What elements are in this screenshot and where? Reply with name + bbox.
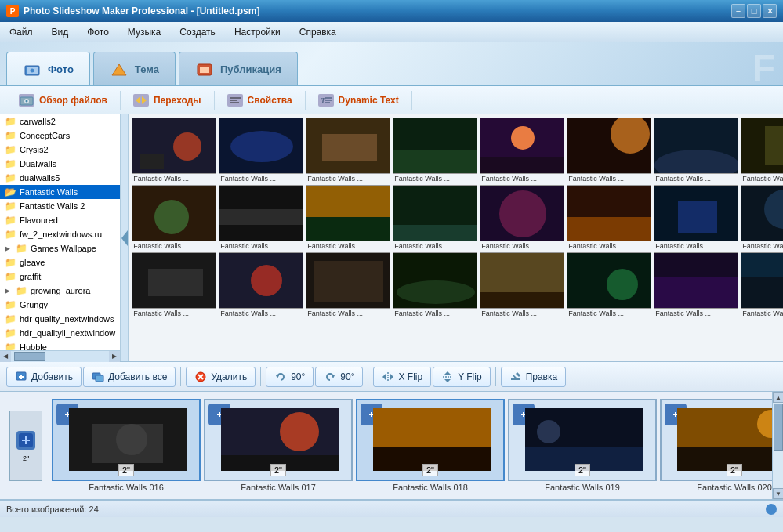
list-item[interactable]: 2" Fantastic Walls 019 [508,399,657,492]
list-item[interactable]: 2" Fantastic Walls 020 [660,399,772,492]
transitions-icon [133,94,149,107]
list-item[interactable]: Fantastic Walls ... [306,118,390,183]
hscroll-left-btn[interactable]: ◀ [0,351,11,362]
folder-panel: 📁 carwalls2 📁 ConceptCars 📁 Crysis2 📁 Du… [0,114,121,361]
sub-tool-properties[interactable]: Свойства [215,91,306,110]
folder-growing-aurora[interactable]: ▶ 📁 growing_aurora [0,284,120,298]
rotate-cw-button[interactable]: 90° [315,367,363,387]
menu-help[interactable]: Справка [296,25,339,39]
list-item[interactable]: Fantastic Walls ... [654,252,738,318]
list-item[interactable]: Fantastic Walls ... [567,118,651,183]
menu-settings[interactable]: Настройки [231,25,284,39]
folder-graffiti[interactable]: 📁 graffiti [0,270,120,284]
list-item[interactable]: Fantastic Walls ... [132,118,216,183]
list-item[interactable]: Fantastic Walls ... [132,252,216,318]
tab-theme-label: Тема [135,63,159,75]
list-item[interactable]: 2" Fantastic Walls 016 [52,399,201,492]
list-item[interactable]: Fantastic Walls ... [393,252,477,318]
sub-tool-dynamic-text[interactable]: T Dynamic Text [306,91,412,110]
sub-tool-transitions[interactable]: Переходы [121,91,215,110]
list-item[interactable]: Fantastic Walls ... [219,185,303,251]
xflip-button[interactable]: X Flip [373,367,431,387]
folder-grungy[interactable]: 📁 Grungy [0,298,120,312]
panel-divider[interactable] [121,114,129,361]
svg-rect-12 [230,100,237,101]
tab-photo[interactable]: Фото [6,52,90,86]
hscroll-right-btn[interactable]: ▶ [109,351,120,362]
list-item[interactable]: 2" [6,411,45,481]
menu-view[interactable]: Вид [49,25,72,39]
add-all-button[interactable]: Добавить все [83,367,176,387]
menu-bar: Файл Вид Фото Музыка Создать Настройки С… [0,22,783,42]
folder-hdr-qualityii[interactable]: 📁 hdr_qualityii_nextwindow [0,326,120,340]
menu-file[interactable]: Файл [6,25,36,39]
dynamic-text-icon: T [318,94,334,107]
close-button[interactable]: ✕ [763,4,777,18]
list-item[interactable]: Fantastic Walls ... [741,252,783,318]
list-item[interactable]: 2" Fantastic Walls 017 [204,399,353,492]
vscroll-thumb[interactable] [774,404,783,451]
folder-conceptcars[interactable]: 📁 ConceptCars [0,128,120,143]
folder-fw2[interactable]: 📁 fw_2_nextwindows.ru [0,227,120,241]
tab-theme[interactable]: Тема [93,52,176,86]
list-item[interactable]: Fantastic Walls ... [654,185,738,251]
svg-rect-25 [322,134,377,161]
yflip-button[interactable]: Y Flip [433,367,490,387]
folder-crysis2[interactable]: 📁 Crysis2 [0,143,120,157]
list-item[interactable]: Fantastic Walls ... [567,185,651,251]
title-bar: P Photo Slideshow Maker Professional - [… [0,0,783,22]
svg-marker-86 [516,372,520,377]
maximize-button[interactable]: □ [747,4,761,18]
minimize-button[interactable]: − [731,4,745,18]
vscroll-up-btn[interactable]: ▲ [773,392,783,403]
list-item[interactable]: Fantastic Walls ... [654,118,738,183]
folder-games[interactable]: ▶ 📁 Games Wallpape [0,241,120,255]
folder-hubble[interactable]: 📁 Hubble [0,340,120,350]
list-item[interactable]: 2" Fantastic Walls 018 [356,399,505,492]
folder-fantastic-walls-2[interactable]: 📁 Fantastic Walls 2 [0,199,120,213]
folder-flavoured[interactable]: 📁 Flavoured [0,213,120,227]
menu-music[interactable]: Музыка [125,25,164,39]
sub-tool-browse[interactable]: Обзор файлов [6,91,121,110]
list-item[interactable]: Fantastic Walls ... [741,185,783,251]
rotate-ccw-button[interactable]: 90° [266,367,314,387]
folder-dualwalls[interactable]: 📁 Dualwalls [0,157,120,171]
delete-button[interactable]: Удалить [186,367,256,387]
tab-publish[interactable]: Публикация [179,52,298,86]
image-label: Fantastic Walls ... [219,309,303,318]
svg-marker-83 [444,371,451,375]
list-item[interactable]: Fantastic Walls ... [480,185,564,251]
list-item[interactable]: Fantastic Walls ... [132,185,216,251]
slideshow-vscrollbar[interactable]: ▲ ▼ [772,392,783,499]
list-item[interactable]: Fantastic Walls ... [480,252,564,318]
edit-button[interactable]: Правка [501,367,567,387]
add-button[interactable]: Добавить [6,367,82,387]
folder-dualwalls5[interactable]: 📁 dualwalls5 [0,171,120,185]
list-item[interactable]: Fantastic Walls ... [219,118,303,183]
xflip-label: X Flip [398,371,422,382]
list-item[interactable]: Fantastic Walls ... [480,118,564,183]
menu-photo[interactable]: Фото [84,25,112,39]
list-item[interactable]: Fantastic Walls ... [393,118,477,183]
list-item[interactable]: Fantastic Walls ... [306,185,390,251]
folder-carwalls2[interactable]: 📁 carwalls2 [0,114,120,128]
properties-label: Свойства [248,95,292,106]
menu-create[interactable]: Создать [176,25,219,39]
folder-hscrollbar[interactable]: ◀ ▶ [0,350,120,361]
properties-icon [227,94,243,107]
gallery-row-1: Fantastic Walls ... Fantastic Walls ... … [132,118,783,183]
folder-hdr-quality[interactable]: 📁 hdr-quality_nextwindows [0,312,120,326]
folder-gleave[interactable]: 📁 gleave [0,255,120,270]
list-item[interactable]: Fantastic Walls ... [306,252,390,318]
hscroll-track [11,351,109,362]
publish-tab-icon [195,62,214,78]
list-item[interactable]: Fantastic Walls ... [393,185,477,251]
list-item[interactable]: Fantastic Walls ... [741,118,783,183]
list-item[interactable]: Fantastic Walls ... [219,252,303,318]
vscroll-down-btn[interactable]: ▼ [773,488,783,499]
folder-fantastic-walls[interactable]: 📂 Fantastic Walls [0,185,120,199]
slide-thumbnail: 2" [204,399,353,481]
svg-point-23 [230,131,293,162]
list-item[interactable]: Fantastic Walls ... [567,252,651,318]
hscroll-thumb[interactable] [14,352,45,361]
